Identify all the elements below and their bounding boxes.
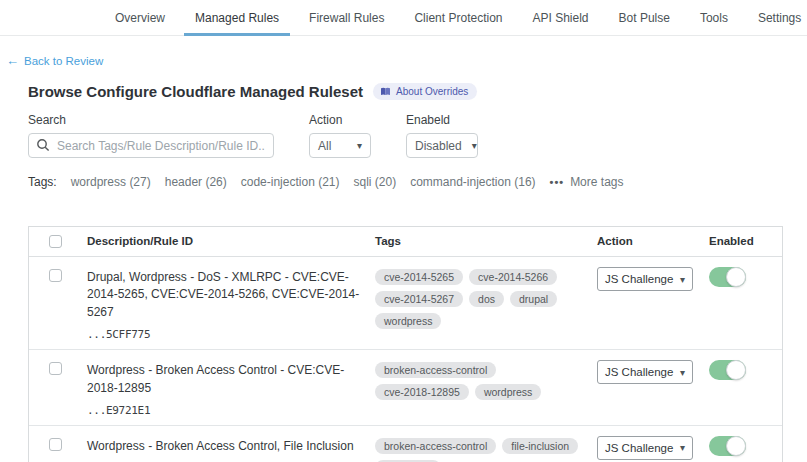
action-select-value: JS Challenge [605, 366, 673, 378]
ellipsis-icon: ••• [550, 176, 565, 188]
tag-pill-wordpress: wordpress [375, 313, 441, 329]
enabled-toggle[interactable] [709, 360, 746, 380]
top-nav: OverviewManaged RulesFirewall RulesClien… [0, 0, 807, 36]
about-badge-label: About Overrides [396, 86, 468, 97]
rule-description: Wordpress - Broken Access Control, File … [87, 438, 363, 455]
table-header-row: Description/Rule ID Tags Action Enabled [29, 227, 782, 257]
select-all-checkbox[interactable] [49, 235, 62, 248]
tags-bar: Tags: wordpress (27)header (26)code-inje… [28, 175, 783, 189]
enabled-toggle[interactable] [709, 267, 746, 287]
tag-pill-cve-2014-5265: cve-2014-5265 [375, 269, 463, 285]
chevron-down-icon: ▾ [680, 367, 685, 378]
row-checkbox[interactable] [49, 362, 62, 375]
action-select[interactable]: JS Challenge ▾ [597, 360, 693, 384]
rule-tags: broken-access-controlfile-inclusionwordp… [369, 426, 591, 462]
enabled-filter: Enabeld Disabled ▾ [406, 113, 478, 158]
rule-tags: cve-2014-5265cve-2014-5266cve-2014-5267d… [369, 257, 591, 349]
back-to-review-link[interactable]: ← Back to Review [6, 54, 103, 67]
enabled-filter-value: Disabled [415, 139, 462, 153]
tab-managed-rules[interactable]: Managed Rules [180, 0, 294, 35]
table-row: Wordpress - Broken Access Control - CVE:… [29, 350, 782, 426]
tab-api-shield[interactable]: API Shield [517, 0, 603, 35]
rules-table: Description/Rule ID Tags Action Enabled … [28, 226, 783, 462]
tag-filter-code-injection-21[interactable]: code-injection (21) [241, 175, 340, 189]
tag-filter-wordpress-27[interactable]: wordpress (27) [71, 175, 151, 189]
action-filter-value: All [318, 139, 331, 153]
chevron-down-icon: ▾ [680, 442, 685, 453]
col-enabled: Enabled [703, 227, 782, 256]
tag-pill-broken-access-control: broken-access-control [375, 438, 496, 454]
tag-pill-dos: dos [469, 291, 504, 307]
action-select-value: JS Challenge [605, 442, 673, 454]
toggle-knob [726, 360, 746, 380]
table-row: Drupal, Wordpress - DoS - XMLRPC - CVE:C… [29, 257, 782, 350]
tag-pill-drupal: drupal [510, 291, 557, 307]
tab-overview[interactable]: Overview [100, 0, 180, 35]
search-label: Search [28, 113, 274, 127]
rule-description: Wordpress - Broken Access Control - CVE:… [87, 362, 363, 397]
table-row: Wordpress - Broken Access Control, File … [29, 426, 782, 462]
tab-firewall-rules[interactable]: Firewall Rules [294, 0, 399, 35]
rule-tags: broken-access-controlcve-2018-12895wordp… [369, 350, 591, 425]
tag-pill-file-inclusion: file-inclusion [502, 438, 578, 454]
tag-pill-wordpress: wordpress [475, 384, 541, 400]
search-icon [36, 138, 50, 152]
rule-id: ...E9721E1 [87, 404, 363, 417]
book-icon [380, 87, 391, 96]
row-checkbox[interactable] [49, 438, 62, 451]
tag-pill-cve-2018-12895: cve-2018-12895 [375, 384, 469, 400]
action-label: Action [309, 113, 371, 127]
enabled-label: Enabeld [406, 113, 478, 127]
action-select-value: JS Challenge [605, 273, 673, 285]
action-filter: Action All ▾ [309, 113, 371, 158]
action-select[interactable]: JS Challenge ▾ [597, 436, 693, 460]
rule-id: ...5CFF775 [87, 328, 363, 341]
page-title: Browse Configure Cloudflare Managed Rule… [28, 83, 363, 100]
col-description: Description/Rule ID [81, 227, 369, 256]
tag-filter-command-injection-16[interactable]: command-injection (16) [410, 175, 535, 189]
tab-settings[interactable]: Settings [743, 0, 807, 35]
tab-client-protection[interactable]: Client Protection [399, 0, 517, 35]
back-arrow-icon: ← [6, 54, 19, 67]
back-link-label: Back to Review [24, 55, 103, 67]
col-tags: Tags [369, 227, 591, 256]
search-filter: Search [28, 113, 274, 158]
tag-filter-header-26[interactable]: header (26) [165, 175, 227, 189]
more-tags-label: More tags [570, 175, 623, 189]
enabled-toggle[interactable] [709, 436, 746, 456]
tag-filter-sqli-20[interactable]: sqli (20) [353, 175, 396, 189]
tab-tools[interactable]: Tools [685, 0, 743, 35]
tags-bar-label: Tags: [28, 175, 57, 189]
tag-pill-cve-2014-5266: cve-2014-5266 [469, 269, 557, 285]
tab-bot-pulse[interactable]: Bot Pulse [604, 0, 685, 35]
action-select[interactable]: JS Challenge ▾ [597, 267, 693, 291]
toggle-knob [726, 436, 746, 456]
tag-pill-cve-2014-5267: cve-2014-5267 [375, 291, 463, 307]
chevron-down-icon: ▾ [357, 140, 362, 151]
enabled-filter-select[interactable]: Disabled ▾ [406, 133, 478, 158]
row-checkbox[interactable] [49, 269, 62, 282]
rule-description: Drupal, Wordpress - DoS - XMLRPC - CVE:C… [87, 269, 363, 321]
action-filter-select[interactable]: All ▾ [309, 133, 371, 158]
toggle-knob [726, 267, 746, 287]
chevron-down-icon: ▾ [472, 140, 477, 151]
about-overrides-badge[interactable]: About Overrides [373, 83, 477, 100]
chevron-down-icon: ▾ [680, 274, 685, 285]
tag-pill-broken-access-control: broken-access-control [375, 362, 496, 378]
more-tags-button[interactable]: •••More tags [550, 175, 624, 189]
col-action: Action [591, 227, 703, 256]
search-input[interactable] [28, 133, 274, 158]
